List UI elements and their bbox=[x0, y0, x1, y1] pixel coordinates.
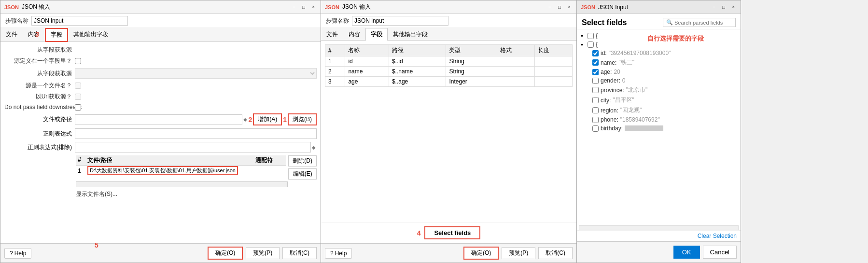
panel1-cancel-button[interactable]: 取消(C) bbox=[282, 247, 317, 259]
panel1-scrollbar-h[interactable] bbox=[76, 181, 288, 187]
panel1-browse-button[interactable]: 浏览(B) bbox=[288, 113, 317, 125]
panel2-help-button[interactable]: ? Help bbox=[325, 248, 352, 259]
panel1-field-source-select[interactable] bbox=[75, 68, 317, 79]
panel1-show-filename-link[interactable]: 显示文件名(S)... bbox=[76, 191, 117, 197]
tree-field-name-checkbox[interactable] bbox=[592, 59, 599, 66]
panel2-close-button[interactable]: × bbox=[566, 4, 573, 10]
tree-field-birthday-checkbox[interactable] bbox=[592, 125, 599, 132]
panel1-define-checkbox[interactable] bbox=[75, 58, 81, 64]
list-item: name: "铁三" bbox=[579, 57, 739, 68]
panel1-nopass-checkbox[interactable] bbox=[75, 104, 81, 111]
panel1-col-match: 通配符 bbox=[255, 156, 284, 165]
tree-field-gender-checkbox[interactable] bbox=[592, 78, 599, 84]
panel1-tab-file[interactable]: 文件 bbox=[0, 28, 23, 42]
list-item: gender: 0 bbox=[579, 76, 739, 85]
panel3-close-button[interactable]: × bbox=[730, 4, 737, 10]
tree-field-birthday-value bbox=[625, 125, 663, 131]
panel1-url-row: 以Url获取源？ bbox=[4, 93, 317, 101]
panel3-clear-selection-link[interactable]: Clear Selection bbox=[577, 230, 741, 241]
tree-root2-checkbox[interactable] bbox=[588, 42, 594, 48]
panel2-row2-name: name bbox=[345, 67, 389, 77]
panel3-maximize-button[interactable]: □ bbox=[720, 4, 727, 10]
tree-field-city-checkbox[interactable] bbox=[592, 97, 599, 103]
tree-field-phone-checkbox[interactable] bbox=[592, 117, 599, 123]
list-item: region: "回龙观" bbox=[579, 105, 739, 115]
panel2-step-row: 步骤名称 bbox=[321, 14, 576, 28]
panel2-tab-content[interactable]: 内容 bbox=[343, 28, 365, 41]
panel2-tab-other[interactable]: 其他输出字段 bbox=[388, 28, 433, 41]
panel1-preview-button[interactable]: 预览(P) bbox=[246, 247, 280, 259]
panel3-minimize-button[interactable]: − bbox=[711, 4, 717, 10]
help-icon: ? bbox=[330, 250, 334, 257]
tree-field-province-label: province bbox=[601, 87, 622, 94]
panel2-maximize-button[interactable]: □ bbox=[556, 4, 563, 10]
panel2-col-length: 长度 bbox=[535, 45, 573, 56]
panel2-row1-length bbox=[535, 56, 573, 67]
panel2-row2-type: String bbox=[446, 67, 497, 77]
tree-field-birthday-label: birthday bbox=[601, 125, 621, 132]
tree-field-region-checkbox[interactable] bbox=[592, 107, 599, 113]
tree-field-name-value: "铁三" bbox=[618, 58, 634, 67]
panel1-row1-path: D:\大数据资料\安装包\01.安装包\数据\01.用户数据源\user.jso… bbox=[87, 167, 255, 174]
panel2-select-fields-area: 4 Select fields bbox=[321, 222, 576, 243]
panel2-step-input[interactable] bbox=[352, 16, 448, 26]
panel2-bottom-buttons: ? Help 确定(O) 预览(P) 取消(C) bbox=[321, 243, 576, 263]
tree-field-id-checkbox[interactable] bbox=[592, 50, 599, 56]
panel1-close-button[interactable]: × bbox=[310, 4, 317, 10]
panel1-url-checkbox[interactable] bbox=[75, 94, 81, 100]
tree-field-province-checkbox[interactable] bbox=[592, 87, 599, 93]
panel1-step-input[interactable] bbox=[31, 16, 128, 26]
badge3: 3 bbox=[35, 30, 39, 38]
panel1-regex-input[interactable] bbox=[75, 128, 317, 139]
panel1-filepath-input[interactable] bbox=[75, 114, 242, 125]
select-fields-button[interactable]: Select fields bbox=[424, 226, 480, 239]
panel2-row3-path: $..age bbox=[389, 77, 446, 87]
list-item: phone: "18589407692" bbox=[579, 115, 739, 124]
panel1-isfile-checkbox[interactable] bbox=[75, 83, 81, 89]
list-item: birthday: bbox=[579, 124, 739, 133]
table-row: 3 age $..age Integer bbox=[325, 77, 573, 87]
tree-expand-icon2[interactable]: ▾ bbox=[581, 42, 588, 47]
tree-root1-checkbox[interactable] bbox=[588, 33, 594, 39]
panel2-preview-button[interactable]: 预览(P) bbox=[502, 247, 535, 259]
panel1-edit-button[interactable]: 编辑(E) bbox=[288, 168, 317, 180]
panel1-minimize-button[interactable]: − bbox=[291, 4, 297, 10]
panel3-ok-button[interactable]: OK bbox=[673, 246, 700, 259]
panel2-col-format: 格式 bbox=[497, 45, 535, 56]
panel2-confirm-button[interactable]: 确定(O) bbox=[463, 247, 499, 260]
panel2-tab-fields[interactable]: 字段 bbox=[365, 28, 388, 41]
panel1-define-row: 源定义在一个字段里？ bbox=[4, 57, 317, 65]
panel2-cancel-button[interactable]: 取消(C) bbox=[538, 247, 573, 259]
panel3-search-input[interactable] bbox=[674, 20, 732, 26]
panel2-col-type: 类型 bbox=[446, 45, 497, 56]
tree-field-age-value: 20 bbox=[614, 69, 620, 75]
panel1-delete-button[interactable]: 删除(D) bbox=[288, 155, 317, 166]
panel3-cancel-button[interactable]: Cancel bbox=[703, 246, 737, 259]
panel3-scrollbar-h[interactable] bbox=[579, 225, 739, 230]
tree-field-name-label: name bbox=[601, 59, 615, 66]
panel1-maximize-button[interactable]: □ bbox=[300, 4, 307, 10]
panel1-add-button[interactable]: 增加(A) bbox=[253, 113, 282, 125]
panel1-regex-label: 正则表达式 bbox=[4, 130, 72, 138]
panel3-title-text: JSON Input bbox=[598, 4, 708, 11]
panel2-row1-format bbox=[497, 56, 535, 67]
panel1-help-label: Help bbox=[14, 250, 27, 257]
panel2-tabs: 文件 内容 字段 其他输出字段 bbox=[321, 28, 576, 41]
panel1-define-label: 源定义在一个字段里？ bbox=[4, 57, 72, 65]
panel2-minimize-button[interactable]: − bbox=[546, 4, 553, 10]
panel1-tab-content[interactable]: 内容 bbox=[23, 28, 45, 42]
panel2-title-text: JSON 输入 bbox=[342, 3, 544, 11]
panel1-url-label: 以Url获取源？ bbox=[4, 93, 72, 101]
panel1-help-button[interactable]: ? Help bbox=[4, 248, 31, 259]
panel1-regex-exclude-input[interactable] bbox=[75, 142, 311, 152]
panel1-nopass-label: Do not pass field downstream: bbox=[4, 104, 72, 111]
tree-field-age-checkbox[interactable] bbox=[592, 69, 599, 75]
panel1-tab-other[interactable]: 其他输出字段 bbox=[68, 28, 113, 42]
panel1-confirm-button[interactable]: 确定(O) bbox=[208, 247, 243, 260]
panel2-tab-file[interactable]: 文件 bbox=[321, 28, 343, 41]
panel1-tab-fields[interactable]: 字段 bbox=[45, 28, 68, 42]
tree-field-city-value: "昌平区" bbox=[613, 96, 634, 104]
panel1-regex-row: 正则表达式 bbox=[4, 128, 317, 139]
search-icon: 🔍 bbox=[666, 19, 673, 26]
tree-expand-icon[interactable]: ▾ bbox=[581, 33, 588, 39]
